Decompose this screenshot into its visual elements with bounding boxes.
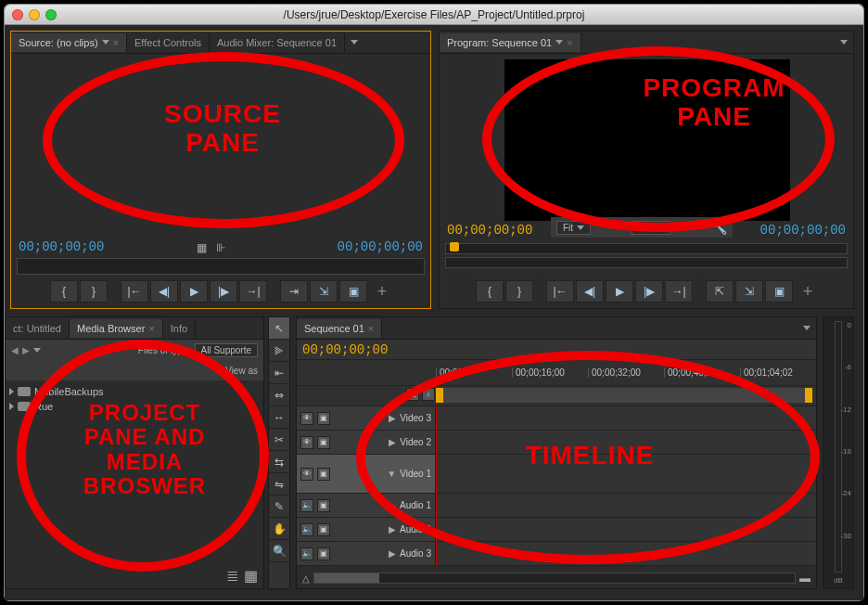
drive-item[interactable]: MobileBackups	[9, 384, 260, 399]
go-to-out-button[interactable]: →|	[239, 280, 267, 302]
go-to-in-button[interactable]: |←	[121, 280, 148, 302]
rolling-edit-tool[interactable]: ⇔	[269, 384, 289, 406]
dropdown-icon[interactable]	[102, 40, 109, 45]
panel-menu-icon[interactable]	[351, 40, 358, 45]
files-of-type-select[interactable]: All Supporte	[195, 343, 258, 357]
slip-tool[interactable]: ⇆	[269, 451, 289, 473]
work-area-bar[interactable]	[436, 388, 812, 403]
step-back-button[interactable]: ◀|	[576, 280, 604, 302]
play-button[interactable]: ▶	[606, 280, 633, 302]
mark-out-button[interactable]: }	[505, 280, 533, 302]
speaker-icon[interactable]: 🔈	[300, 523, 313, 536]
tab-info[interactable]: Info	[163, 319, 196, 338]
video-track-1[interactable]: 👁▣▼Video 1	[297, 455, 816, 494]
program-tc-current[interactable]: 00;00;00;00	[447, 223, 532, 238]
rate-stretch-tool[interactable]: ↔	[269, 406, 289, 429]
recent-menu-icon[interactable]	[33, 348, 41, 353]
eye-icon[interactable]: 👁	[300, 412, 313, 425]
settings-icon[interactable]: 🔧	[711, 220, 727, 235]
tab-program[interactable]: Program: Sequence 01 ×	[440, 33, 581, 52]
speaker-icon[interactable]: 🔈	[300, 499, 313, 512]
step-back-button[interactable]: ◀|	[150, 280, 178, 302]
panel-menu-icon[interactable]	[840, 40, 848, 45]
ripple-edit-tool[interactable]: ⇤	[269, 362, 289, 384]
video-only-icon[interactable]: ▦	[197, 241, 207, 254]
slide-tool[interactable]: ⇋	[269, 473, 289, 496]
close-icon[interactable]: ×	[368, 323, 374, 334]
audio-only-icon[interactable]: ⊪	[216, 241, 225, 254]
eye-icon[interactable]: 👁	[300, 436, 313, 449]
zoom-fit-select[interactable]: Fit	[556, 221, 591, 235]
pen-tool[interactable]: ✎	[269, 496, 289, 518]
tab-media-browser[interactable]: Media Browser ×	[70, 319, 163, 338]
video-track-2[interactable]: 👁▣▶Video 2	[297, 431, 816, 455]
audio-track-3[interactable]: 🔈▣▶Audio 3	[297, 542, 816, 566]
playhead-icon[interactable]	[450, 242, 459, 251]
selection-tool[interactable]: ↖	[269, 317, 289, 340]
overwrite-button[interactable]: ⇲	[310, 280, 338, 302]
expand-icon[interactable]	[9, 403, 14, 410]
timeline-zoom-scrollbar[interactable]	[313, 573, 796, 584]
nav-fwd-icon[interactable]: ▶	[22, 345, 30, 355]
marker-icon[interactable]: ♀	[422, 388, 435, 401]
go-to-out-button[interactable]: →|	[665, 280, 693, 302]
insert-button[interactable]: ⇥	[280, 280, 308, 302]
play-button[interactable]: ▶	[180, 280, 208, 302]
close-icon[interactable]: ×	[113, 37, 119, 48]
expand-icon[interactable]	[9, 388, 14, 395]
thumb-view-icon[interactable]: ▦	[244, 567, 258, 585]
step-forward-button[interactable]: |▶	[210, 280, 237, 302]
track-select-tool[interactable]: ⫸	[269, 340, 289, 362]
time-ruler[interactable]: 00;00 00;00;16;00 00;00;32;00 00;00;48;0…	[297, 360, 816, 386]
tab-project[interactable]: ct: Untitled	[6, 319, 70, 338]
audio-track-2[interactable]: 🔈▣▶Audio 2	[297, 518, 816, 542]
drive-item[interactable]: Rue	[9, 399, 260, 414]
zoom-out-icon[interactable]: △	[302, 573, 310, 584]
eye-icon[interactable]: 👁	[300, 468, 313, 481]
track-height-icon[interactable]: ▬	[799, 572, 811, 585]
close-icon[interactable]: ×	[148, 323, 154, 334]
lock-icon[interactable]: ▣	[317, 547, 330, 560]
work-area-end-handle[interactable]	[805, 388, 812, 403]
source-scrub-bar[interactable]	[17, 258, 425, 275]
mark-out-button[interactable]: }	[80, 280, 108, 302]
export-frame-button[interactable]: ▣	[765, 280, 793, 302]
tab-source[interactable]: Source: (no clips) ×	[11, 33, 127, 52]
nav-back-icon[interactable]: ◀	[11, 345, 19, 355]
timeline-tc[interactable]: 00;00;00;00	[302, 342, 388, 357]
mark-in-button[interactable]: {	[50, 280, 78, 302]
add-button-icon[interactable]: +	[798, 282, 817, 301]
list-view-icon[interactable]: ≣	[226, 567, 238, 585]
extract-button[interactable]: ⇲	[735, 280, 763, 302]
playhead[interactable]	[436, 406, 437, 566]
program-workarea-bar[interactable]	[445, 243, 848, 254]
program-scrub-bar[interactable]	[445, 257, 848, 268]
step-forward-button[interactable]: |▶	[635, 280, 663, 302]
tab-effect-controls[interactable]: Effect Controls	[127, 33, 210, 52]
scrollbar-thumb[interactable]	[314, 573, 379, 583]
lock-icon[interactable]: ▣	[317, 499, 330, 512]
lift-button[interactable]: ⇱	[706, 280, 734, 302]
panel-menu-icon[interactable]	[803, 326, 811, 330]
lock-icon[interactable]: ▣	[317, 436, 330, 449]
lock-icon[interactable]: ▣	[317, 468, 330, 481]
razor-tool[interactable]: ✂	[269, 429, 289, 451]
tab-audio-mixer[interactable]: Audio Mixer: Sequence 01	[210, 33, 345, 52]
zoom-tool[interactable]: 🔍	[269, 540, 289, 562]
program-monitor[interactable]	[504, 59, 790, 221]
dropdown-icon[interactable]	[555, 40, 563, 45]
lock-icon[interactable]: ▣	[317, 523, 330, 536]
hand-tool[interactable]: ✋	[269, 518, 289, 540]
audio-track-1[interactable]: 🔈▣▶Audio 1	[297, 494, 816, 518]
speaker-icon[interactable]: 🔈	[300, 547, 313, 560]
close-icon[interactable]: ×	[567, 37, 572, 48]
snap-icon[interactable]: ⊏	[406, 388, 419, 401]
export-frame-button[interactable]: ▣	[339, 280, 367, 302]
lock-icon[interactable]: ▣	[317, 412, 330, 425]
tab-sequence[interactable]: Sequence 01 ×	[297, 319, 382, 338]
add-button-icon[interactable]: +	[373, 282, 391, 301]
work-area-start-handle[interactable]	[436, 388, 443, 403]
video-track-3[interactable]: 👁▣▶Video 3	[297, 406, 816, 431]
mark-in-button[interactable]: {	[476, 280, 504, 302]
go-to-in-button[interactable]: |←	[546, 280, 574, 302]
